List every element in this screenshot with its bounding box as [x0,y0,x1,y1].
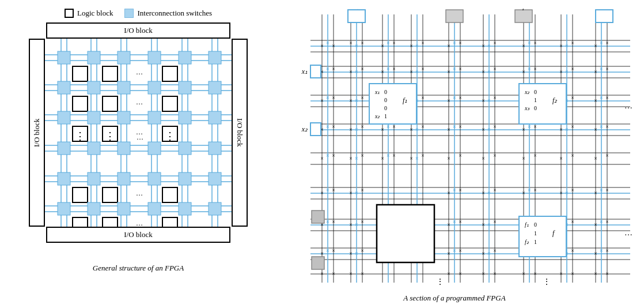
svg-text:×: × [559,69,563,75]
svg-text:x₂: x₂ [301,125,308,133]
svg-text:×: × [349,271,353,277]
svg-text:×: × [482,271,485,277]
svg-text:×: × [355,250,358,257]
svg-rect-46 [179,111,191,124]
svg-text:×: × [459,66,462,72]
fpga-grid-svg: ⋮ ⋮ ⋮ … [45,39,232,227]
fpga-diagram: I/O block I/O block I/O block I/O block [29,22,248,259]
svg-text:×: × [421,152,425,159]
svg-text:×: × [361,95,364,101]
svg-rect-26 [118,51,130,64]
svg-text:×: × [421,66,425,72]
svg-text:×: × [571,152,574,159]
svg-text:0: 0 [534,105,537,111]
svg-text:×: × [533,40,537,46]
svg-rect-71 [88,202,100,215]
svg-rect-374 [377,205,434,262]
svg-text:0: 0 [534,221,537,228]
svg-text:×: × [453,39,456,46]
svg-text:×: × [459,187,462,193]
right-svg-container: × × × × × × × × × × × × × × × × × × × [276,9,633,291]
svg-text:×: × [493,152,497,159]
svg-rect-341 [515,10,532,22]
svg-text:×: × [522,43,525,49]
svg-text:×: × [320,43,324,49]
svg-text:×: × [533,152,537,159]
svg-rect-342 [446,10,463,22]
svg-text:×: × [361,40,364,46]
svg-text:×: × [594,190,597,196]
svg-rect-38 [209,81,221,94]
svg-text:×: × [415,68,419,75]
svg-text:×: × [571,247,574,254]
svg-text:1: 1 [534,97,537,103]
svg-rect-37 [179,81,191,94]
svg-text:…: … [136,128,143,136]
svg-text:×: × [482,97,485,104]
svg-text:×: × [559,271,563,277]
svg-text:×: × [332,271,335,277]
svg-text:×: × [493,247,497,254]
svg-text:×: × [594,126,597,133]
svg-text:×: × [487,250,491,257]
svg-text:×: × [381,43,384,49]
svg-text:×: × [522,126,525,133]
svg-text:⋮: ⋮ [165,130,175,142]
svg-text:×: × [410,126,413,133]
svg-text:×: × [392,66,396,72]
svg-text:×: × [571,40,574,46]
svg-text:×: × [600,65,603,72]
svg-text:×: × [326,123,329,130]
svg-rect-51 [58,142,70,155]
svg-rect-70 [58,202,70,215]
svg-text:×: × [332,219,335,225]
legend-logic: Logic block [65,9,113,18]
svg-text:×: × [332,123,335,130]
svg-text:x₂: x₂ [374,113,380,119]
svg-text:×: × [571,187,574,193]
svg-text:×: × [487,189,491,196]
svg-rect-56 [209,142,221,155]
svg-text:⋮: ⋮ [436,277,444,286]
svg-text:×: × [410,155,413,161]
svg-text:×: × [332,95,335,101]
svg-text:×: × [600,218,603,225]
svg-text:×: × [387,152,390,159]
svg-text:×: × [594,43,597,49]
svg-rect-69 [162,187,177,202]
io-block-bottom: I/O block [46,227,230,243]
svg-rect-74 [179,202,191,215]
svg-text:×: × [355,97,358,104]
svg-rect-41 [162,96,177,111]
fpga-grid: ⋮ ⋮ ⋮ … [45,39,232,227]
svg-rect-27 [148,51,161,64]
svg-rect-54 [148,142,161,155]
svg-rect-40 [103,96,118,111]
svg-text:…: … [136,219,143,227]
svg-rect-24 [58,51,70,64]
svg-rect-34 [88,81,100,94]
svg-text:×: × [459,40,462,46]
svg-text:×: × [320,271,324,277]
svg-text:×: × [410,69,413,75]
svg-text:x₂: x₂ [524,89,530,95]
svg-text:×: × [355,42,358,49]
svg-text:0: 0 [384,97,387,103]
svg-rect-42 [58,111,70,124]
legend-switch-label: Interconnection switches [137,9,212,18]
svg-rect-28 [179,51,191,64]
right-panel: × × × × × × × × × × × × × × × × × × × [271,6,638,302]
svg-text:×: × [487,42,491,49]
svg-text:×: × [493,219,497,225]
svg-text:×: × [594,155,597,161]
svg-text:×: × [522,190,525,196]
svg-rect-77 [103,217,118,227]
svg-text:×: × [528,39,531,46]
svg-text:×: × [355,221,358,228]
svg-text:⋮: ⋮ [543,277,551,286]
svg-text:⋮: ⋮ [75,130,85,142]
svg-text:×: × [332,247,335,254]
svg-text:×: × [447,43,450,49]
svg-text:×: × [493,40,497,46]
svg-text:×: × [600,247,603,254]
